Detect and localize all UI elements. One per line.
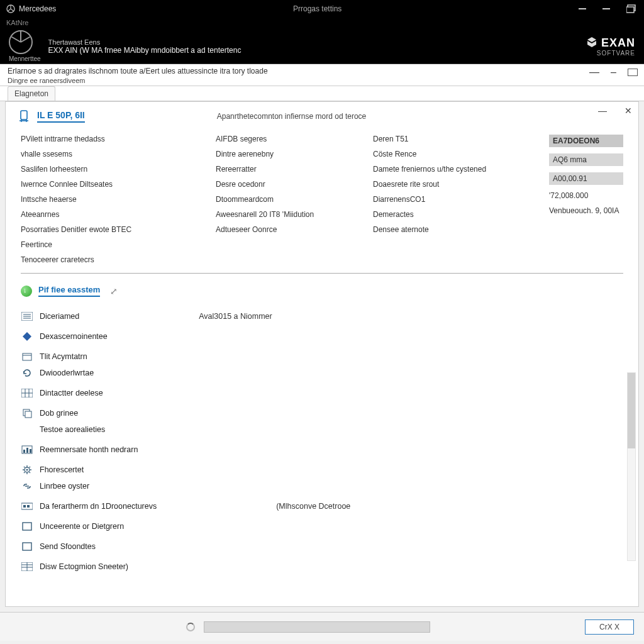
info-cell: Inttsche heaerse	[21, 195, 209, 204]
info-cell: Aweesnarell 20 IT8 'Miidution	[216, 210, 367, 219]
tree-item[interactable]: Dwiooderlwrtae	[21, 365, 623, 381]
info-cell: Demeractes	[373, 210, 543, 219]
status-ok-icon	[21, 286, 32, 297]
section-expand-icon[interactable]: ⤢	[110, 286, 118, 296]
tree-item-label: Dintactter deelese	[40, 389, 103, 397]
panel-minimize-button[interactable]: —	[598, 106, 607, 116]
tree-item[interactable]: Reemnersate honth nedrarn	[21, 441, 623, 458]
tree-item[interactable]: Linrbee oyster	[21, 478, 623, 494]
section-title[interactable]: Pif fiee easstem	[38, 285, 100, 297]
info-value: '72,008.000	[549, 191, 623, 200]
refresh-icon	[21, 368, 33, 378]
toolbar-dash-icon[interactable]: –	[611, 67, 616, 78]
gear-icon	[21, 465, 33, 475]
tree-item[interactable]: Fhorescertet	[21, 462, 623, 478]
info-cell: Damete freniernos u/the cystened	[373, 165, 543, 174]
tree-item[interactable]: Dexascernoinentee	[21, 328, 623, 345]
ecu-title[interactable]: IL E 50P, 6II	[37, 110, 85, 123]
window-restore-icon[interactable]	[626, 4, 638, 13]
tree-item-extra: (Mlhsconve Dcetrooe	[276, 502, 350, 511]
info-col4: EA7DOEON6AQ6 mmaA00,00.91'72,008.000Venb…	[549, 135, 623, 264]
tab-diagnosis[interactable]: Elagneton	[8, 86, 55, 101]
toolbar-window-icon[interactable]	[628, 69, 638, 76]
info-cell: Adtueseer Oonrce	[216, 225, 367, 234]
tree-item-label: Linrbee oyster	[40, 482, 89, 491]
svg-rect-13	[23, 353, 31, 360]
info-cell: Doaesrete rite srout	[373, 180, 543, 189]
info-cell: Dintre aerenebny	[216, 150, 367, 158]
calendar-icon	[21, 352, 33, 362]
tree-item[interactable]: Unceerente or Dietgrern	[21, 518, 623, 535]
tree-item-label: Reemnersate honth nedrarn	[40, 445, 138, 454]
tree-item[interactable]: Send Sfoondtes	[21, 538, 623, 555]
titlebar-subtitle: KAtNre	[0, 18, 644, 29]
window-minimize-icon[interactable]	[579, 6, 589, 12]
toolbar-minimize-icon[interactable]: —	[589, 67, 599, 78]
info-cell: Desre ocedonr	[216, 180, 367, 189]
svg-rect-4	[626, 7, 634, 13]
svg-rect-22	[23, 450, 25, 453]
tree-item-label: Da ferartherm dn 1Droonecturevs	[40, 502, 157, 511]
vehicle-line2: EXX AIN (W MA frnee MAibby mndoibbert a …	[48, 46, 242, 55]
scrollbar[interactable]	[627, 372, 636, 561]
info-col2: AIFDB segeresDintre aerenebnyRereerratte…	[216, 135, 367, 264]
tree-item-label: Unceerente or Dietgrern	[40, 522, 124, 531]
info-cell: Iwernce Connlee Diltseates	[21, 180, 209, 189]
info-value: A00,00.91	[549, 172, 623, 185]
titlebar-center-text: Prrogas tettins	[56, 4, 579, 13]
info-cell: AIFDB segeres	[216, 135, 367, 143]
window-dash-icon[interactable]	[602, 6, 613, 12]
module-icon	[21, 501, 33, 511]
tree-item[interactable]: Da ferartherm dn 1Droonecturevs(Mlhsconv…	[21, 498, 623, 514]
list-icon	[21, 311, 33, 321]
main-panel: — ✕ IL E 50P, 6II Apanrthetecomnton infi…	[5, 101, 639, 607]
status-footer: CrX X	[0, 612, 644, 641]
svg-rect-1	[579, 8, 586, 9]
breadcrumb-line2: Dingre ee raneersdiveem	[8, 77, 636, 84]
brand-sub: SOFTVARE	[586, 50, 635, 57]
svg-rect-2	[602, 8, 610, 9]
ecu-icon	[17, 109, 31, 123]
box-icon	[21, 521, 33, 531]
svg-rect-29	[27, 505, 30, 508]
panel-close-button[interactable]: ✕	[625, 106, 632, 116]
bars-icon	[21, 445, 33, 455]
tree-item[interactable]: Dintactter deelese	[21, 385, 623, 401]
info-cell: Saslifen lorheestern	[21, 165, 209, 174]
tree-item[interactable]: Tlit Acymtatrn	[21, 348, 623, 365]
info-cell: Dtoommeardcom	[216, 195, 367, 204]
scrollbar-thumb[interactable]	[628, 373, 635, 448]
info-col3: Deren T51Cöste RenceDamete freniernos u/…	[373, 135, 543, 264]
app-icon	[6, 4, 15, 13]
brand-mark-icon	[586, 37, 597, 48]
info-value: Venbueouch. 9, 00IA	[549, 206, 623, 215]
ok-button[interactable]: CrX X	[585, 619, 634, 635]
function-tree: DiceriamedAval3015 a NiommerDexascernoin…	[6, 304, 638, 606]
loading-spinner-icon	[186, 623, 195, 631]
info-cell: vhalle ssesems	[21, 150, 209, 158]
tree-item[interactable]: Disw Ectogmion Sneeter)	[21, 558, 623, 575]
tree-item[interactable]: DiceriamedAval3015 a Niommer	[21, 308, 623, 325]
tab-row: Elagneton	[0, 86, 644, 101]
info-cell: PVilett inttrarne thedadss	[21, 135, 209, 143]
svg-rect-24	[30, 449, 31, 453]
svg-rect-20	[25, 411, 31, 418]
tree-item-label: Disw Ectogmion Sneeter)	[40, 562, 128, 571]
tree-item-label: Send Sfoondtes	[40, 542, 96, 551]
tree-item-label: Testoe aorealieties	[40, 425, 105, 434]
tree-item-label: Dob grinee	[40, 409, 78, 418]
info-cell: Cöste Rence	[373, 150, 543, 158]
brand-name: EXAN	[601, 36, 635, 50]
info-cell: Deren T51	[373, 135, 543, 143]
brand-caption: Mennerttee	[9, 55, 41, 62]
vehicle-line1: Thertawast Eens	[48, 38, 242, 46]
info-cell: DiarrenensCO1	[373, 195, 543, 204]
app-name: Mercedees	[19, 4, 56, 13]
breadcrumb-bar: Erlarnoe s ad dragrates ilschnom toute a…	[0, 64, 644, 86]
info-cell: Densee aternote	[373, 225, 543, 234]
ecu-info-grid: PVilett inttrarne thedadssvhalle ssesems…	[6, 128, 638, 273]
stack-icon	[21, 408, 33, 418]
tree-item[interactable]: Testoe aorealieties	[21, 421, 623, 438]
info-cell: Posorraties Denitler ewote BTEC	[21, 225, 209, 234]
tree-item[interactable]: Dob grinee	[21, 405, 623, 421]
